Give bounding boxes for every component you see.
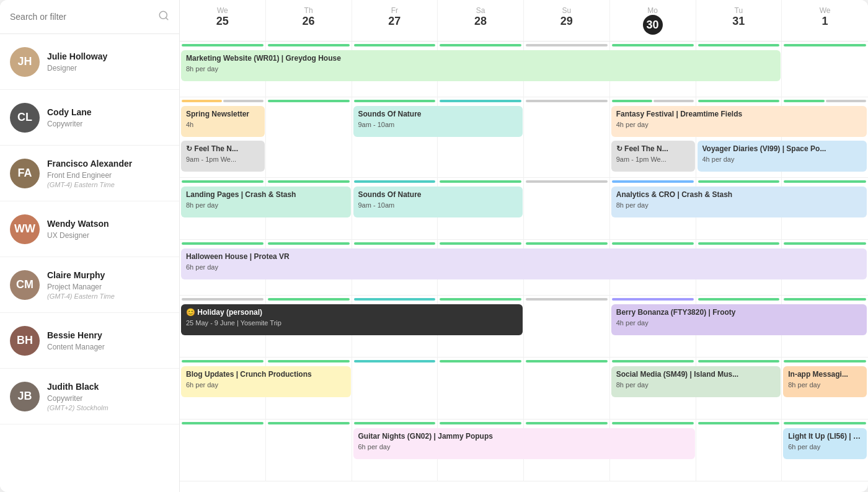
cal-person-row-judith: Guitar Nights (GN02) | Jammy Popups6h pe… (180, 420, 868, 481)
person-role-bessie: Content Manager (47, 343, 169, 351)
cal-person-row-cody: Spring Newsletter4hSounds Of Nature9am -… (180, 97, 868, 178)
event-subtitle: 8h per day (616, 201, 862, 209)
person-name-judith: Judith Black (47, 381, 169, 392)
day-header-26: Th 26 (266, 0, 352, 41)
indicator-bar (784, 100, 824, 102)
event-title: ↻ Feel The N... (616, 144, 690, 154)
indicator-bar (268, 422, 350, 424)
event-block-francisco-0[interactable]: Landing Pages | Crash & Stash8h per day (181, 187, 351, 217)
day-num-25: 25 (180, 15, 265, 28)
indicator-bar (698, 422, 780, 424)
indicator-bar (526, 422, 608, 424)
day-num-31: 31 (696, 15, 782, 28)
event-title: Halloween House | Protea VR (186, 252, 862, 262)
event-title: Social Media (SM49) | Island Mus... (616, 369, 776, 380)
event-block-bessie-1[interactable]: Social Media (SM49) | Island Mus...8h pe… (611, 366, 781, 397)
event-block-francisco-1[interactable]: Sounds Of Nature9am - 10am (353, 187, 523, 217)
person-row-cody[interactable]: CL Cody Lane Copywriter (0, 90, 179, 146)
indicator-bar (182, 360, 264, 362)
person-row-julie[interactable]: JH Julie Holloway Designer (0, 34, 179, 90)
event-block-cody-1[interactable]: Sounds Of Nature9am - 10am (353, 106, 523, 137)
indicator-bar (698, 242, 780, 245)
event-block-julie-0[interactable]: Marketing Website (WR01) | Greydog House… (181, 50, 781, 81)
event-title: Blog Updates | Crunch Productions (186, 369, 346, 380)
event-subtitle: 8h per day (186, 201, 346, 209)
person-info-julie: Julie Holloway Designer (47, 51, 169, 72)
indicator-bar (354, 298, 436, 301)
event-subtitle: 8h per day (186, 65, 776, 72)
event-subtitle: 6h per day (788, 443, 862, 450)
grid-cell (524, 296, 610, 358)
indicator-bar (526, 360, 608, 362)
event-block-claire-1[interactable]: Berry Bonanza (FTY3820) | Frooty4h per d… (611, 304, 867, 335)
person-row-bessie[interactable]: BH Bessie Henry Content Manager (0, 313, 179, 369)
event-title: Voyager Diaries (VI99) | Space Po... (702, 144, 862, 154)
indicator-bar (268, 44, 350, 46)
event-title: Landing Pages | Crash & Stash (186, 190, 346, 200)
day-header-1: We 1 (782, 0, 868, 41)
person-tz-judith: (GMT+2) Stockholm (47, 404, 169, 411)
event-block-judith-1[interactable]: Light It Up (LI56) | Imagination Di...6h… (783, 428, 867, 459)
grid-cell (524, 358, 610, 420)
day-name-26: Th (266, 6, 352, 15)
grid-cell (524, 178, 610, 240)
person-row-wendy[interactable]: WW Wendy Watson UX Designer (0, 201, 179, 257)
event-block-cody-4[interactable]: ↻ Feel The N...9am - 1pm We... (611, 141, 695, 172)
indicator-bar (526, 180, 608, 183)
person-role-julie: Designer (47, 64, 169, 72)
person-name-cody: Cody Lane (47, 107, 169, 118)
event-subtitle: 4h (186, 121, 260, 128)
event-block-cody-0[interactable]: Spring Newsletter4h (181, 106, 265, 137)
indicator-bar (182, 422, 264, 424)
day-name-1: We (782, 6, 868, 15)
day-num-30: 30 (643, 15, 663, 35)
indicator-bar (784, 360, 866, 362)
indicator-bar (354, 242, 436, 245)
event-subtitle: 6h per day (358, 443, 690, 450)
indicator-bar (440, 44, 521, 46)
indicator-bar (182, 44, 264, 46)
avatar-bessie: BH (10, 326, 40, 356)
indicator-bar (612, 298, 694, 301)
search-input[interactable] (10, 12, 153, 22)
indicator-bar (698, 44, 780, 46)
event-title: Fantasy Festival | Dreamtime Fields (616, 109, 862, 120)
event-block-cody-3[interactable]: ↻ Feel The N...9am - 1pm We... (181, 141, 265, 172)
indicator-bar (784, 298, 866, 301)
person-info-claire: Claire Murphy Project Manager (GMT-4) Ea… (47, 270, 169, 299)
grid-cell (266, 97, 352, 178)
search-icon[interactable] (158, 10, 169, 24)
event-block-wendy-0[interactable]: Halloween House | Protea VR6h per day (181, 248, 867, 279)
person-info-cody: Cody Lane Copywriter (47, 107, 169, 128)
indicator-bar (526, 298, 608, 301)
day-name-31: Tu (696, 6, 782, 15)
grid-cell (696, 420, 782, 481)
avatar-wendy: WW (10, 214, 40, 244)
event-block-claire-0[interactable]: 😊 Holiday (personal)25 May - 9 June | Yo… (181, 304, 523, 335)
event-block-francisco-2[interactable]: Analytics & CRO | Crash & Stash8h per da… (611, 187, 867, 217)
event-block-cody-5[interactable]: Voyager Diaries (VI99) | Space Po...4h p… (698, 141, 867, 172)
person-row-claire[interactable]: CM Claire Murphy Project Manager (GMT-4)… (0, 257, 179, 313)
day-header-30: Mo 30 (610, 0, 696, 41)
event-subtitle: 25 May - 9 June | Yosemite Trip (186, 319, 518, 327)
event-block-bessie-2[interactable]: In-app Messagi...8h per day (783, 366, 867, 397)
event-subtitle: 9am - 1pm We... (186, 156, 260, 163)
person-row-judith[interactable]: JB Judith Black Copywriter (GMT+2) Stock… (0, 369, 179, 424)
person-row-francisco[interactable]: FA Francisco Alexander Front End Enginee… (0, 146, 179, 201)
person-name-francisco: Francisco Alexander (47, 158, 169, 169)
indicator-bar (440, 422, 521, 424)
cal-person-row-francisco: Landing Pages | Crash & Stash8h per dayS… (180, 178, 868, 240)
indicator-bar (612, 180, 694, 183)
person-info-wendy: Wendy Watson UX Designer (47, 218, 169, 239)
day-name-29: Su (524, 6, 609, 15)
event-block-cody-2[interactable]: Fantasy Festival | Dreamtime Fields4h pe… (611, 106, 867, 137)
avatar-claire: CM (10, 270, 40, 300)
indicator-bar (182, 180, 264, 183)
person-name-claire: Claire Murphy (47, 270, 169, 281)
event-subtitle: 9am - 1pm We... (616, 156, 690, 163)
day-name-27: Fr (352, 6, 438, 15)
event-block-bessie-0[interactable]: Blog Updates | Crunch Productions6h per … (181, 366, 351, 397)
event-title: Guitar Nights (GN02) | Jammy Popups (358, 431, 690, 442)
event-block-judith-0[interactable]: Guitar Nights (GN02) | Jammy Popups6h pe… (353, 428, 695, 459)
indicator-bar (354, 180, 436, 183)
